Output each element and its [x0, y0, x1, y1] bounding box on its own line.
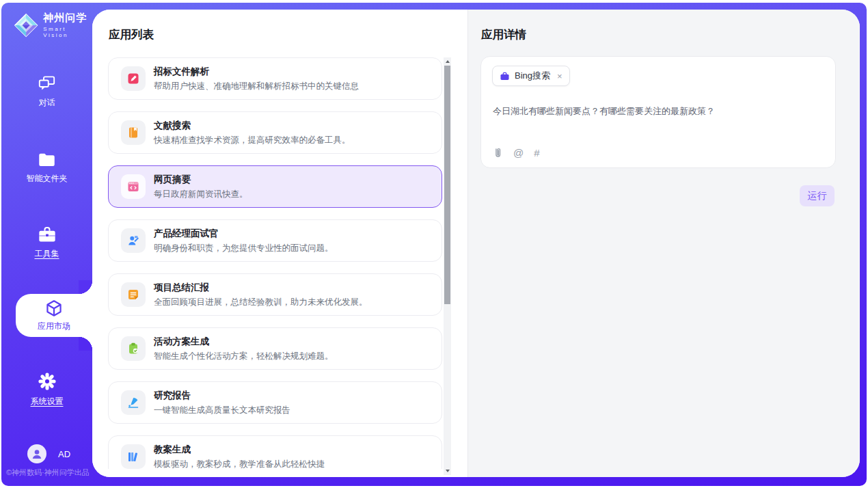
brand-logo: 神州问学 Smart Vision	[14, 12, 92, 38]
app-detail-title: 应用详情	[481, 27, 526, 42]
sidebar-item-chat[interactable]: 对话	[1, 75, 92, 109]
gem-diamond-icon	[14, 12, 38, 38]
active-item-curve-bottom	[79, 337, 92, 351]
app-card-lesson-plan[interactable]: 教案生成 模板驱动，教案秒成，教学准备从此轻松快捷	[108, 435, 442, 469]
active-item-curve-top	[79, 280, 92, 294]
hash-icon[interactable]: #	[534, 147, 539, 159]
note-icon	[126, 288, 140, 301]
icon-tile	[121, 66, 146, 91]
tool-tag-label: Bing搜索	[515, 70, 550, 82]
icon-tile	[121, 120, 146, 145]
book-icon	[126, 126, 140, 139]
brand-name: 神州问学	[43, 12, 92, 25]
tool-tag-bing-search[interactable]: Bing搜索 ×	[492, 66, 570, 86]
sidebar: 神州问学 Smart Vision 对话 智能文件夹	[1, 3, 92, 486]
briefcase-icon	[500, 71, 510, 81]
app-list-title: 应用列表	[109, 27, 154, 42]
document-edit-icon	[126, 72, 140, 85]
composer-toolbar: @ #	[493, 147, 540, 159]
interviewer-icon	[126, 234, 140, 247]
main-content: 应用列表 招标文件解析 帮助用户快速、准确地理解和解析招标书中的关键信息	[92, 10, 860, 477]
copyright-footer: ©神州数码·神州问学出品	[6, 467, 90, 478]
prompt-input[interactable]: 今日湖北有哪些新闻要点？有哪些需要关注的最新政策？	[493, 105, 824, 118]
icon-tile	[121, 336, 146, 361]
icon-tile	[121, 390, 146, 415]
books-icon	[126, 450, 140, 463]
app-card-literature-search[interactable]: 文献搜索 快速精准查找学术资源，提高研究效率的必备工具。	[108, 111, 442, 154]
paperclip-icon[interactable]	[493, 147, 503, 159]
icon-tile	[121, 174, 146, 199]
app-list-panel: 应用列表 招标文件解析 帮助用户快速、准确地理解和解析招标书中的关键信息	[92, 10, 467, 477]
scrollbar-thumb[interactable]	[444, 66, 450, 304]
ink-pen-icon	[126, 396, 140, 409]
chat-icon	[38, 75, 56, 92]
toolbox-icon	[38, 226, 57, 243]
scroll-up-arrow-icon[interactable]	[444, 57, 451, 66]
app-card-bid-analysis[interactable]: 招标文件解析 帮助用户快速、准确地理解和解析招标书中的关键信息	[108, 57, 442, 100]
clipboard-check-icon	[126, 342, 140, 355]
icon-tile	[121, 444, 146, 469]
scroll-down-arrow-icon[interactable]	[444, 467, 451, 475]
brand-subtitle: Smart Vision	[43, 26, 92, 38]
cube-icon	[44, 299, 64, 318]
gear-icon	[38, 372, 57, 391]
icon-tile	[121, 228, 146, 253]
browser-code-icon	[126, 180, 140, 193]
avatar	[27, 444, 46, 463]
at-icon[interactable]: @	[513, 147, 524, 159]
user-avatar-icon	[30, 447, 44, 461]
sidebar-item-smart-folder[interactable]: 智能文件夹	[1, 152, 92, 185]
prompt-composer[interactable]: Bing搜索 × 今日湖北有哪些新闻要点？有哪些需要关注的最新政策？ @ #	[480, 56, 836, 168]
icon-tile	[121, 282, 146, 307]
sidebar-item-settings[interactable]: 系统设置	[1, 372, 92, 407]
close-icon[interactable]: ×	[557, 71, 562, 81]
app-detail-panel: 应用详情 Bing搜索 × 今日湖北有哪些新闻要点？有哪些需要关注的最新政策？ …	[467, 10, 860, 477]
sidebar-item-toolset[interactable]: 工具集	[1, 226, 92, 260]
app-card-pm-interviewer[interactable]: 产品经理面试官 明确身份和职责，为您提供专业性的面试问题。	[108, 219, 442, 262]
sidebar-item-app-market[interactable]: 应用市场	[16, 294, 92, 337]
list-scrollbar[interactable]	[444, 57, 451, 475]
user-account[interactable]: AD	[27, 444, 70, 463]
app-card-research-report[interactable]: 研究报告 一键智能生成高质量长文本研究报告	[108, 381, 442, 424]
app-card-event-plan[interactable]: 活动方案生成 智能生成个性化活动方案，轻松解决规划难题。	[108, 327, 442, 370]
app-window: 神州问学 Smart Vision 对话 智能文件夹	[1, 3, 867, 486]
folder-icon	[38, 152, 56, 168]
run-button[interactable]: 运行	[800, 185, 835, 206]
app-card-project-summary[interactable]: 项目总结汇报 全面回顾项目进展，总结经验教训，助力未来优化发展。	[108, 273, 442, 316]
app-list: 招标文件解析 帮助用户快速、准确地理解和解析招标书中的关键信息 文献搜索	[108, 57, 443, 469]
user-name: AD	[58, 449, 70, 459]
app-card-web-summary[interactable]: 网页摘要 每日政府新闻资讯快查。	[108, 165, 442, 208]
